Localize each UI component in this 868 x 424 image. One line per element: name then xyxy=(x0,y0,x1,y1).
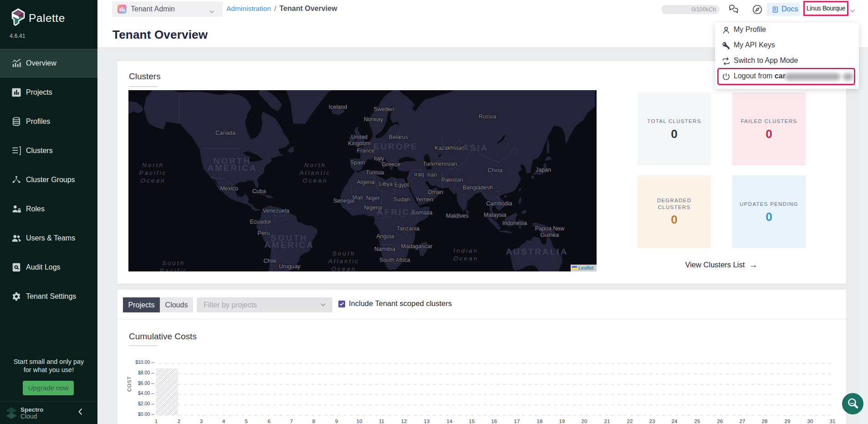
svg-text:Ecuador: Ecuador xyxy=(250,219,271,225)
svg-text:Kazakhstan: Kazakhstan xyxy=(434,145,464,151)
svg-text:Angola: Angola xyxy=(377,233,394,240)
svg-text:South Africa: South Africa xyxy=(379,257,410,263)
svg-text:Niger: Niger xyxy=(366,195,380,201)
svg-text:NORTHAMERICA: NORTHAMERICA xyxy=(207,156,257,173)
svg-text:Canada: Canada xyxy=(215,130,235,136)
svg-text:AFRICA: AFRICA xyxy=(377,207,418,217)
svg-text:Bangladesh: Bangladesh xyxy=(463,184,493,191)
svg-text:Sudan: Sudan xyxy=(393,196,410,203)
svg-text:NorthAtlanticOcean: NorthAtlanticOcean xyxy=(299,162,331,184)
svg-text:Egypt: Egypt xyxy=(394,182,409,188)
svg-text:Iran: Iran xyxy=(427,172,437,178)
svg-text:UnitedKingdom: UnitedKingdom xyxy=(348,134,370,147)
svg-text:Senegal: Senegal xyxy=(333,198,354,204)
svg-text:Oman: Oman xyxy=(428,189,443,195)
svg-text:SOUTHAMERICA: SOUTHAMERICA xyxy=(264,233,314,250)
svg-text:Libya: Libya xyxy=(379,181,393,187)
svg-text:SouthPacific: SouthPacific xyxy=(160,260,188,271)
svg-text:SouthAtlanticOcean: SouthAtlanticOcean xyxy=(328,250,359,271)
svg-text:Namibia: Namibia xyxy=(374,246,395,252)
svg-text:Indonesia: Indonesia xyxy=(502,220,527,226)
svg-text:AUSTRALIA: AUSTRALIA xyxy=(506,247,568,256)
svg-text:China: China xyxy=(488,167,503,174)
svg-text:EUROPE: EUROPE xyxy=(373,142,418,151)
svg-text:Turkmenistan: Turkmenistan xyxy=(423,161,457,167)
svg-text:Tunisia: Tunisia xyxy=(366,169,384,176)
svg-text:Maldives: Maldives xyxy=(446,213,468,219)
svg-text:Venezuela: Venezuela xyxy=(263,208,289,214)
svg-text:Pakistan: Pakistan xyxy=(441,177,463,183)
svg-text:Cambodia: Cambodia xyxy=(486,200,512,207)
svg-text:France: France xyxy=(357,148,375,154)
svg-text:Italy: Italy xyxy=(374,155,385,162)
svg-text:NorthPacificOcean: NorthPacificOcean xyxy=(139,162,167,184)
svg-text:Cuba: Cuba xyxy=(252,188,266,194)
svg-text:Peru: Peru xyxy=(258,230,270,236)
svg-text:Chile: Chile xyxy=(264,258,277,264)
svg-text:Iraq: Iraq xyxy=(414,171,424,178)
svg-text:Algeria: Algeria xyxy=(357,179,375,185)
svg-text:Mexico: Mexico xyxy=(220,185,238,192)
svg-text:Japan: Japan xyxy=(536,167,551,173)
svg-text:Sweden: Sweden xyxy=(373,106,394,112)
svg-text:Madagascar: Madagascar xyxy=(401,243,433,250)
svg-text:Yemen: Yemen xyxy=(416,196,434,203)
svg-text:Uruguay: Uruguay xyxy=(279,263,301,270)
svg-text:Belarus: Belarus xyxy=(389,134,408,140)
svg-text:Tanzania: Tanzania xyxy=(397,225,419,232)
svg-text:Malaysia: Malaysia xyxy=(484,212,506,218)
svg-text:Spain: Spain xyxy=(350,159,365,166)
svg-text:Norway: Norway xyxy=(364,116,383,123)
svg-text:ASIA: ASIA xyxy=(462,143,488,153)
svg-text:Iceland: Iceland xyxy=(329,104,347,110)
svg-text:Russia: Russia xyxy=(479,113,496,120)
svg-text:Greece: Greece xyxy=(382,161,401,168)
